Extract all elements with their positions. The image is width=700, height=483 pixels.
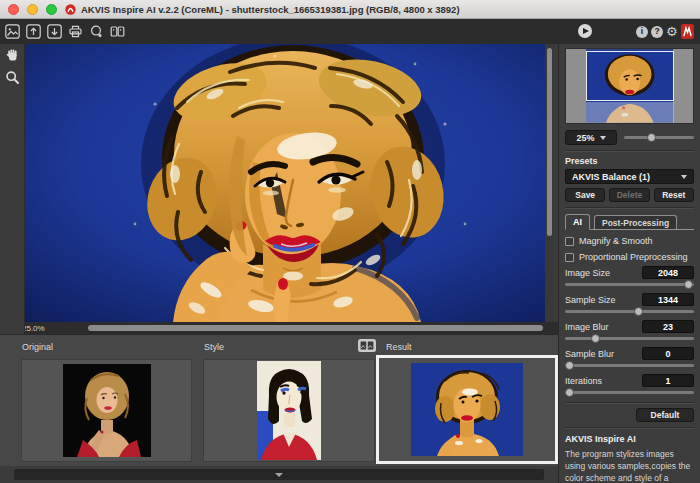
zoom-value: 25% (576, 133, 594, 143)
option-magnify-smooth[interactable]: Magnify & Smooth (565, 236, 694, 246)
style-label: Style (204, 342, 224, 352)
param-value-box[interactable]: 1 (642, 374, 694, 387)
save-button[interactable]: Save (565, 188, 605, 202)
param-slider[interactable] (565, 334, 694, 343)
result-artwork (25, 44, 545, 322)
param-label: Iterations (565, 376, 602, 386)
info-title: AKVIS Inspire AI (565, 434, 694, 444)
param-image-blur: Image Blur 23 (565, 320, 694, 343)
help-icon[interactable]: ? (651, 26, 663, 38)
vertical-scrollbar[interactable] (545, 44, 554, 322)
style-gallery-icon[interactable] (358, 339, 376, 352)
canvas-zoom-status: 25.0% (22, 324, 45, 333)
tab-ai[interactable]: AI (565, 214, 590, 230)
share-icon[interactable] (88, 23, 104, 39)
divider (565, 402, 694, 404)
vertical-scrollbar-thumb[interactable] (547, 48, 552, 236)
print-icon[interactable] (67, 23, 83, 39)
slider-track (565, 364, 694, 367)
reset-button[interactable]: Reset (654, 188, 694, 202)
hand-tool-icon[interactable] (0, 44, 25, 66)
option-proportional-preprocessing[interactable]: Proportional Preprocessing (565, 252, 694, 262)
slider-handle[interactable] (565, 361, 574, 370)
checkbox[interactable] (565, 253, 574, 262)
param-label: Image Blur (565, 322, 609, 332)
preset-select[interactable]: AKVIS Balance (1) (565, 169, 694, 184)
navigator-viewport-frame[interactable] (586, 51, 674, 101)
maximize-button[interactable] (46, 4, 57, 15)
param-slider[interactable] (565, 361, 694, 370)
preferences-icon[interactable]: ⚙ (666, 26, 678, 38)
canvas-status-row: 25.0% (0, 322, 558, 334)
preset-selected-value: AKVIS Balance (1) (572, 172, 650, 182)
titlebar: AKVIS Inspire AI v.2.2 (CoreML) - shutte… (0, 0, 700, 19)
slider-handle[interactable] (634, 307, 643, 316)
navigator-padding-left (566, 49, 586, 123)
close-button[interactable] (8, 4, 19, 15)
app-icon (65, 4, 76, 15)
original-thumbnail[interactable] (21, 359, 192, 462)
bottom-collapse-bar (0, 466, 558, 483)
image-canvas[interactable] (25, 44, 545, 322)
navigator-padding-right (673, 49, 693, 123)
slider-track (565, 391, 694, 394)
horizontal-scrollbar-thumb[interactable] (88, 325, 543, 331)
settings-panel: Navigator 25% Pre (558, 19, 700, 483)
param-sample-blur: Sample Blur 0 (565, 347, 694, 370)
tab-post-processing[interactable]: Post-Processing (594, 215, 677, 229)
info-icon[interactable]: i (636, 26, 648, 38)
slider-handle[interactable] (565, 388, 574, 397)
settings-tabs: AI Post-Processing (565, 214, 694, 230)
navigator-dim-overlay (586, 102, 674, 123)
window-title: AKVIS Inspire AI v.2.2 (CoreML) - shutte… (81, 4, 460, 15)
zoom-tool-icon[interactable] (0, 66, 25, 88)
zoom-select[interactable]: 25% (565, 130, 617, 145)
result-label: Result (386, 342, 412, 352)
param-sample-size: Sample Size 1344 (565, 293, 694, 316)
param-slider[interactable] (565, 280, 694, 289)
result-thumbnail[interactable] (376, 355, 558, 464)
traffic-lights (8, 4, 57, 15)
param-value-box[interactable]: 1344 (642, 293, 694, 306)
navigator-preview[interactable] (565, 48, 694, 124)
save-icon[interactable] (46, 23, 62, 39)
chevron-down-icon (681, 175, 687, 179)
param-slider[interactable] (565, 388, 694, 397)
delete-button: Delete (609, 188, 649, 202)
run-button[interactable] (578, 24, 592, 38)
akvis-logo[interactable] (681, 24, 694, 39)
zoom-slider[interactable] (624, 133, 694, 142)
param-slider[interactable] (565, 307, 694, 316)
slider-handle[interactable] (591, 334, 600, 343)
thumbnail-bar: Original Style Result (0, 334, 558, 466)
checkbox-label: Proportional Preprocessing (579, 252, 688, 262)
tool-strip (0, 44, 25, 334)
checkbox-label: Magnify & Smooth (579, 236, 653, 246)
param-value-box[interactable]: 0 (642, 347, 694, 360)
param-iterations: Iterations 1 (565, 374, 694, 397)
chevron-down-icon (275, 473, 283, 477)
checkbox[interactable] (565, 237, 574, 246)
param-value-box[interactable]: 2048 (642, 266, 694, 279)
style-thumbnail[interactable] (203, 359, 375, 462)
minimize-button[interactable] (27, 4, 38, 15)
collapse-handle[interactable] (14, 469, 544, 480)
default-button[interactable]: Default (636, 408, 694, 422)
slider-track (565, 310, 694, 313)
divider (565, 427, 694, 429)
import-icon[interactable] (25, 23, 41, 39)
param-value-box[interactable]: 23 (642, 320, 694, 333)
toolbar: i ? ⚙ (0, 19, 700, 44)
original-label: Original (22, 342, 53, 352)
slider-track (565, 283, 694, 286)
presets-label: Presets (565, 156, 694, 166)
slider-handle[interactable] (647, 133, 656, 142)
param-label: Sample Size (565, 295, 616, 305)
param-label: Image Size (565, 268, 610, 278)
info-description: The program stylizes images using variou… (565, 449, 694, 483)
slider-track (565, 337, 694, 340)
split-view-icon[interactable] (109, 23, 125, 39)
open-image-icon[interactable] (4, 23, 20, 39)
slider-handle[interactable] (684, 280, 693, 289)
slider-track (624, 136, 694, 139)
